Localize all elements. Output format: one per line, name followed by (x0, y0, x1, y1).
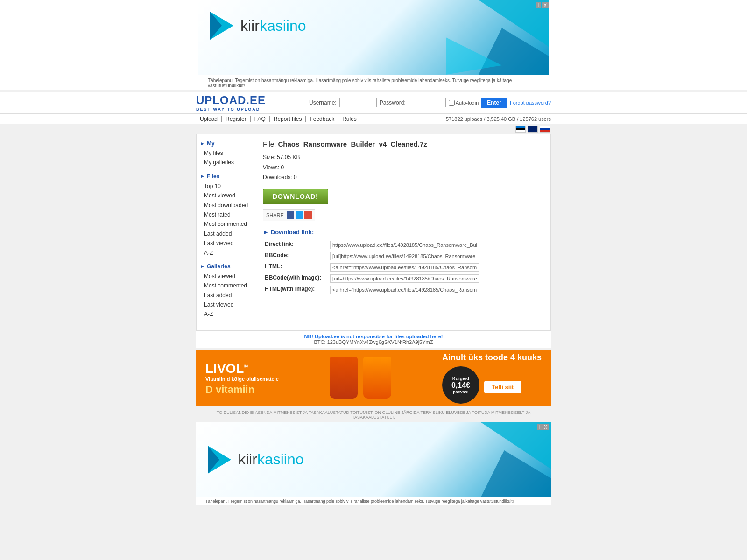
share-facebook-icon[interactable] (287, 211, 294, 219)
nav-register[interactable]: Register (222, 116, 251, 122)
sidebar-item-az[interactable]: A-Z (204, 248, 253, 258)
sidebar-gallery-last-added[interactable]: Last added (204, 291, 253, 300)
sidebar-gallery-az[interactable]: A-Z (204, 309, 253, 319)
livol-badge-price: 0,14€ (451, 381, 470, 390)
site-logo: UPLOAD.EE BEST WAY TO UPLOAD (196, 94, 266, 112)
download-links-table: Direct link: BBCode: HTML: BBCode(with i… (263, 239, 545, 295)
site-header: UPLOAD.EE BEST WAY TO UPLOAD Username: P… (0, 92, 747, 114)
ad-shapes (409, 0, 549, 75)
livol-product: D vitamiin (205, 384, 279, 396)
download-button-wrapper[interactable]: DOWNLOAD! (263, 189, 328, 204)
sidebar-section-galleries[interactable]: ► Galleries (200, 263, 253, 270)
livol-cta-button[interactable]: Telli siit (484, 381, 521, 393)
html-input[interactable] (330, 263, 479, 272)
sidebar-galleries-items: Most viewed Most commented Last added La… (204, 272, 253, 319)
ad-top-close-button[interactable]: X (542, 2, 549, 8)
forgot-password-link[interactable]: Forgot password? (510, 100, 551, 105)
share-twitter-icon[interactable] (296, 211, 303, 219)
arrow-icon-galleries: ► (200, 264, 205, 269)
livol-bottles (279, 357, 442, 400)
livol-left: LIVOL® Vitamiinid kõige olulisematele D … (205, 361, 279, 396)
casino-bottom-name: kiirkasiino (238, 451, 303, 468)
share-icons (287, 211, 312, 219)
flag-english[interactable] (528, 126, 538, 133)
livol-subtitle: Vitamiinid kõige olulisematele (205, 376, 279, 382)
bbcode-img-input[interactable] (330, 274, 479, 283)
nav-upload[interactable]: Upload (196, 116, 222, 122)
download-link-label: Download link: (271, 229, 314, 236)
direct-link-input[interactable] (330, 241, 479, 249)
download-link-header[interactable]: ► Download link: (263, 229, 545, 236)
sidebar-gallery-most-viewed[interactable]: Most viewed (204, 272, 253, 281)
enter-button[interactable]: Enter (481, 98, 507, 108)
livol-headline: Ainult üks toode 4 kuuks (442, 353, 542, 363)
casino-ad-inner[interactable]: kiirkasiino (198, 0, 549, 75)
ad-top-info-button[interactable]: i (536, 2, 541, 8)
sidebar-item-most-downloaded[interactable]: Most downloaded (204, 201, 253, 210)
livol-brand: LIVOL® (205, 361, 279, 376)
logo-text: UPLOAD.EE (196, 94, 266, 107)
sidebar: ► My My files My galleries ► Files Top 1… (197, 138, 257, 327)
sidebar-gallery-most-commented[interactable]: Most commented (204, 281, 253, 290)
livol-price-badge: Kõigest 0,14€ päevas! (442, 366, 479, 404)
bbcode-img-row: BBCode(with image): (263, 273, 545, 284)
ad-bottom-close-button[interactable]: X (542, 424, 549, 430)
sidebar-item-top10[interactable]: Top 10 (204, 182, 253, 191)
casino-bottom-logo: kiirkasiino (196, 443, 303, 476)
bottom-ad-shapes (411, 422, 551, 497)
content-area: File: Chaos_Ransomware_Builder_v4_Cleane… (257, 138, 550, 327)
casino-bottom-inner[interactable]: kiirkasiino (196, 422, 551, 497)
main-container: ► My My files My galleries ► Files Top 1… (196, 134, 551, 331)
top-casino-ad: kiirkasiino i X Tähelepanu! Tegemist on … (0, 0, 747, 90)
sidebar-item-most-rated[interactable]: Most rated (204, 210, 253, 219)
sidebar-files-label: Files (207, 173, 219, 180)
nav-stats: 571822 uploads / 3,525.40 GB / 125762 us… (446, 116, 551, 122)
sidebar-gallery-last-viewed[interactable]: Last viewed (204, 300, 253, 309)
file-downloads: Downloads: 0 (263, 173, 545, 183)
download-button[interactable]: DOWNLOAD! (263, 189, 328, 204)
bbcode-row: BBCode: (263, 251, 545, 262)
flag-russian[interactable] (540, 126, 550, 133)
arrow-icon-dl: ► (263, 229, 269, 236)
flag-estonian[interactable] (515, 126, 526, 133)
casino-warning-bottom: Tähelepanu! Tegemist on hasartmängu rekl… (196, 497, 551, 505)
autologin-label[interactable]: Auto-login (449, 100, 479, 106)
sidebar-section-my[interactable]: ► My (200, 140, 253, 147)
livol-bottle-2 (363, 357, 391, 399)
bbcode-input[interactable] (330, 252, 479, 260)
share-gplus-icon[interactable] (304, 211, 312, 219)
share-bar: SHARE (263, 209, 315, 221)
password-label: Password: (380, 99, 406, 106)
footer-btc: BTC: 123uBQYMYnXv4Zwg6gSXV1NfRh2A9j5YmZ (199, 339, 548, 345)
file-size: Size: 57.05 KB (263, 153, 545, 163)
autologin-checkbox[interactable] (449, 100, 455, 106)
casino-name: kiirkasiino (240, 17, 306, 35)
sidebar-item-most-commented[interactable]: Most commented (204, 219, 253, 229)
share-label: SHARE (266, 212, 284, 218)
nav-links: Upload Register FAQ Report files Feedbac… (196, 116, 360, 122)
html-img-label: HTML(with image): (263, 284, 328, 295)
livol-ad[interactable]: LIVOL® Vitamiinid kõige olulisematele D … (196, 350, 551, 406)
sidebar-item-my-files[interactable]: My files (204, 148, 253, 158)
file-views: Views: 0 (263, 163, 545, 173)
password-input[interactable] (409, 98, 446, 107)
nav-faq[interactable]: FAQ (251, 116, 270, 122)
casino-warning-top: Tähelepanu! Tegemist on hasartmängu rekl… (198, 76, 549, 90)
sidebar-item-last-viewed[interactable]: Last viewed (204, 238, 253, 248)
sidebar-section-files[interactable]: ► Files (200, 173, 253, 180)
html-img-input[interactable] (330, 286, 479, 294)
nav-report-files[interactable]: Report files (270, 116, 306, 122)
filename: Chaos_Ransomware_Builder_v4_Cleaned.7z (278, 140, 427, 148)
sidebar-item-my-galleries[interactable]: My galleries (204, 158, 253, 167)
html-img-row: HTML(with image): (263, 284, 545, 295)
username-input[interactable] (339, 98, 377, 107)
footer-notice-link[interactable]: NB! Upload.ee is not responsible for fil… (304, 334, 443, 339)
ad-bottom-info-button[interactable]: i (537, 424, 542, 430)
sidebar-my-label: My (207, 140, 215, 147)
nav-feedback[interactable]: Feedback (306, 116, 338, 122)
file-label: File: (263, 140, 276, 148)
sidebar-my-items: My files My galleries (204, 148, 253, 168)
sidebar-item-last-added[interactable]: Last added (204, 229, 253, 238)
nav-rules[interactable]: Rules (338, 116, 360, 122)
sidebar-item-most-viewed[interactable]: Most viewed (204, 191, 253, 200)
